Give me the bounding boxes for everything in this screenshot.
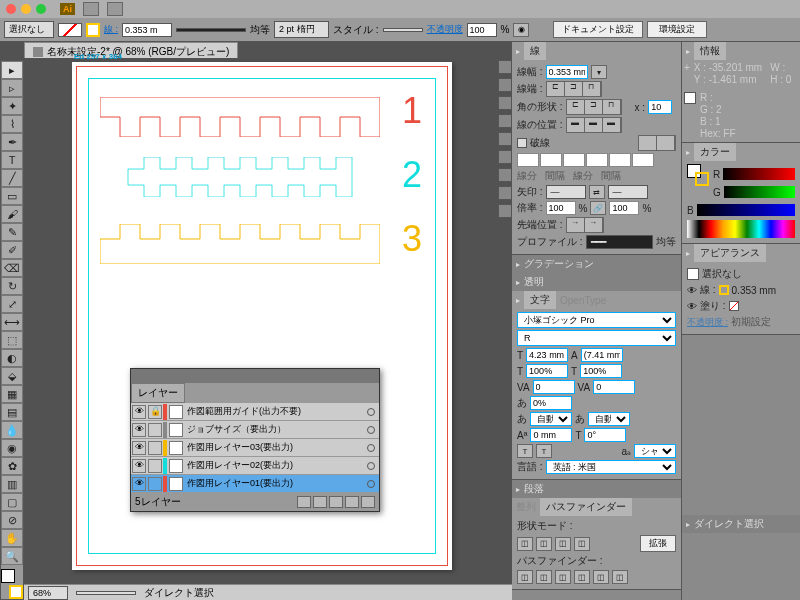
minimize-window[interactable] xyxy=(21,4,31,14)
doc-setup-button[interactable]: ドキュメント設定 xyxy=(553,21,643,38)
minus-front-icon[interactable]: ◫ xyxy=(536,537,552,551)
slice-tool[interactable]: ⊘ xyxy=(1,511,23,529)
intersect-icon[interactable]: ◫ xyxy=(555,537,571,551)
lock-icon[interactable] xyxy=(148,423,162,437)
artboard-tool[interactable]: ▢ xyxy=(1,493,23,511)
stroke-weight-input[interactable] xyxy=(122,23,172,37)
art-path-2[interactable] xyxy=(100,157,380,197)
r-slider[interactable] xyxy=(723,168,795,180)
swap-arrows-icon[interactable]: ⇄ xyxy=(589,185,605,199)
profile-dropdown[interactable]: ━━━ xyxy=(586,235,653,249)
zoom-tool[interactable]: 🔍 xyxy=(1,547,23,565)
layer-row[interactable]: 👁作図用レイヤー02(要出力) xyxy=(131,457,379,475)
color-tab[interactable]: カラー xyxy=(694,143,736,161)
dock-icon[interactable] xyxy=(498,132,512,146)
appearance-tab[interactable]: アピアランス xyxy=(694,244,766,262)
layer-row[interactable]: 👁ジョブサイズ（要出力） xyxy=(131,421,379,439)
expand-button[interactable]: 拡張 xyxy=(640,535,676,552)
tracking[interactable] xyxy=(593,380,635,394)
hscale[interactable] xyxy=(580,364,622,378)
transparency-tab[interactable]: 透明 xyxy=(524,275,544,289)
visibility-icon[interactable]: 👁 xyxy=(132,423,146,437)
paragraph-tab[interactable]: 段落 xyxy=(524,482,544,496)
rotate-tool[interactable]: ↻ xyxy=(1,277,23,295)
new-layer-icon[interactable] xyxy=(345,496,359,508)
pathfinder-tab[interactable]: パスファインダー xyxy=(540,498,632,516)
eraser-tool[interactable]: ⌫ xyxy=(1,259,23,277)
scale-tool[interactable]: ⤢ xyxy=(1,295,23,313)
tsume[interactable] xyxy=(530,396,572,410)
layer-name[interactable]: ジョブサイズ（要出力） xyxy=(185,423,367,436)
fill-swatch[interactable] xyxy=(58,23,82,37)
layer-name[interactable]: 作図用レイヤー02(要出力) xyxy=(185,459,367,472)
target-icon[interactable] xyxy=(367,480,375,488)
shape-builder-tool[interactable]: ◐ xyxy=(1,349,23,367)
arrange-icon[interactable] xyxy=(107,2,123,16)
opentype-tab[interactable]: OpenType xyxy=(560,295,606,306)
width-tool[interactable]: ⟷ xyxy=(1,313,23,331)
target-icon[interactable] xyxy=(367,462,375,470)
arrow-start[interactable]: — xyxy=(546,185,586,199)
graph-tool[interactable]: ▥ xyxy=(1,475,23,493)
minus-back-icon[interactable]: ◫ xyxy=(612,570,628,584)
divide-icon[interactable]: ◫ xyxy=(517,570,533,584)
lock-icon[interactable]: 🔒 xyxy=(148,405,162,419)
fill-swatch-mini[interactable] xyxy=(729,301,739,311)
stroke-link[interactable]: 線 : xyxy=(104,23,118,36)
visibility-icon[interactable]: 👁 xyxy=(132,477,146,491)
pencil-tool[interactable]: ✎ xyxy=(1,223,23,241)
blob-brush-tool[interactable]: ✐ xyxy=(1,241,23,259)
layer-row[interactable]: 👁作図用レイヤー01(要出力) xyxy=(131,475,379,493)
language[interactable]: 英語 : 米国 xyxy=(546,460,676,474)
crop-icon[interactable]: ◫ xyxy=(574,570,590,584)
dock-icon[interactable] xyxy=(498,60,512,74)
brush-dropdown[interactable]: 2 pt 楕円 xyxy=(274,21,329,38)
lock-icon[interactable] xyxy=(148,459,162,473)
leading[interactable] xyxy=(581,348,623,362)
rotation[interactable] xyxy=(584,428,626,442)
mesh-tool[interactable]: ▦ xyxy=(1,385,23,403)
align-stroke-buttons[interactable]: ▬▬▬ xyxy=(566,117,622,133)
align-tab[interactable]: 整列 xyxy=(516,500,536,514)
miter-input[interactable] xyxy=(648,100,672,114)
g-slider[interactable] xyxy=(724,186,795,198)
vscale[interactable] xyxy=(526,364,568,378)
art-path-3[interactable] xyxy=(100,224,380,264)
visibility-icon[interactable]: 👁 xyxy=(132,405,146,419)
unite-icon[interactable]: ◫ xyxy=(517,537,533,551)
layers-tab[interactable]: レイヤー xyxy=(131,383,185,403)
delete-layer-icon[interactable] xyxy=(361,496,375,508)
layer-name[interactable]: 作図用レイヤー01(要出力) xyxy=(185,477,367,490)
artboard-nav[interactable] xyxy=(76,591,136,595)
hand-tool[interactable]: ✋ xyxy=(1,529,23,547)
stroke-swatch-mini[interactable] xyxy=(719,285,729,295)
opacity-link[interactable]: 不透明度 xyxy=(427,23,463,36)
type-tool[interactable]: T xyxy=(1,151,23,169)
allcaps-icon[interactable]: T xyxy=(517,444,533,458)
layer-row[interactable]: 👁作図用レイヤー03(要出力) xyxy=(131,439,379,457)
font-weight[interactable]: R xyxy=(517,330,676,346)
dash-checkbox[interactable] xyxy=(517,138,527,148)
dock-icon[interactable] xyxy=(498,186,512,200)
lasso-tool[interactable]: ⌇ xyxy=(1,115,23,133)
art-path-1[interactable] xyxy=(100,97,380,137)
zoom-window[interactable] xyxy=(36,4,46,14)
corner-buttons[interactable]: ⊏⊐⊓ xyxy=(566,99,622,115)
layer-name[interactable]: 作図用レイヤー03(要出力) xyxy=(185,441,367,454)
color-control[interactable] xyxy=(1,569,23,599)
gradient-tool[interactable]: ▤ xyxy=(1,403,23,421)
kerning[interactable] xyxy=(533,380,575,394)
zoom-dropdown[interactable]: 68% xyxy=(28,586,68,600)
perspective-tool[interactable]: ⬙ xyxy=(1,367,23,385)
rectangle-tool[interactable]: ▭ xyxy=(1,187,23,205)
lock-icon[interactable] xyxy=(148,441,162,455)
visibility-icon[interactable]: 👁 xyxy=(132,459,146,473)
stroke-color[interactable] xyxy=(9,585,23,599)
eyedropper-tool[interactable]: 💧 xyxy=(1,421,23,439)
dock-icon[interactable] xyxy=(498,96,512,110)
dock-icon[interactable] xyxy=(498,150,512,164)
dock-icon[interactable] xyxy=(498,168,512,182)
layer-name[interactable]: 作図範囲用ガイド(出力不要) xyxy=(185,405,367,418)
bridge-icon[interactable] xyxy=(83,2,99,16)
link-icon[interactable]: 🔗 xyxy=(590,201,606,215)
